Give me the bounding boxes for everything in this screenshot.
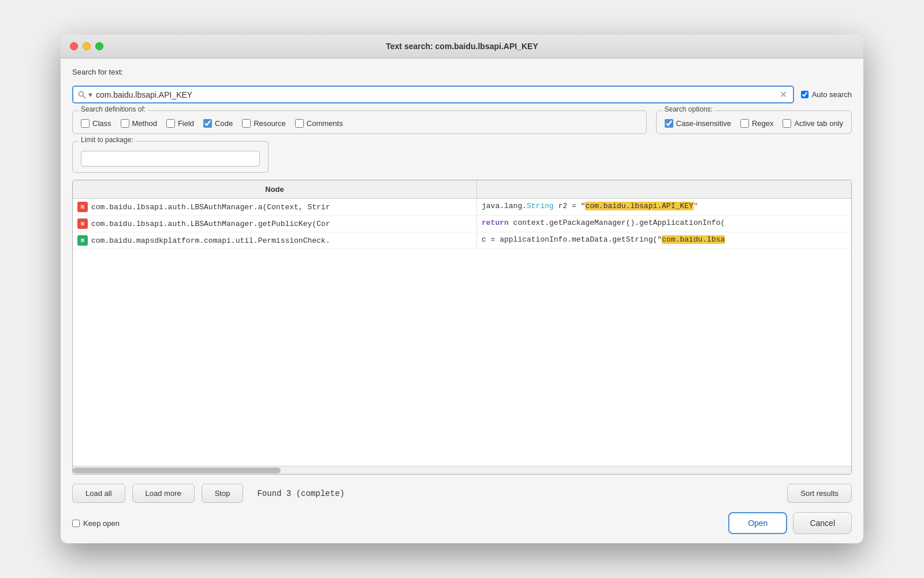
field-label: Field	[178, 119, 194, 128]
code-checkbox[interactable]	[203, 119, 212, 128]
code-text: java.lang.	[482, 202, 527, 210]
main-window: Text search: com.baidu.lbsapi.API_KEY Se…	[61, 35, 863, 543]
table-row[interactable]: m com.baidu.mapsdkplatform.comapi.util.P…	[73, 232, 851, 249]
comments-checkbox[interactable]	[295, 119, 304, 128]
search-icon: ▼	[78, 91, 94, 99]
code-normal: c = applicationInfo.metaData.getString("	[482, 235, 662, 244]
search-input[interactable]	[96, 90, 778, 99]
comments-label: Comments	[307, 119, 343, 128]
case-insensitive-checkbox[interactable]	[665, 119, 673, 128]
regex-checkbox[interactable]	[740, 119, 749, 128]
resource-checkbox[interactable]	[242, 119, 251, 128]
code-highlight: com.baidu.lbsa	[662, 235, 725, 244]
clear-search-button[interactable]: ✕	[778, 89, 788, 100]
search-for-label: Search for text:	[72, 68, 852, 76]
active-tab-only-checkbox[interactable]	[783, 119, 791, 128]
cancel-button[interactable]: Cancel	[793, 512, 852, 534]
sort-results-button[interactable]: Sort results	[787, 484, 852, 503]
node-text: com.baidu.lbsapi.auth.LBSAuthManager.get…	[91, 220, 330, 228]
result-node-cell: m com.baidu.lbsapi.auth.LBSAuthManager.a…	[73, 199, 477, 215]
result-node-cell: m com.baidu.mapsdkplatform.comapi.util.P…	[73, 232, 477, 249]
result-code-cell: return context.getPackageManager().getAp…	[477, 216, 851, 232]
keep-open-checkbox[interactable]	[72, 520, 80, 527]
checkbox-resource[interactable]: Resource	[242, 119, 286, 128]
method-private-icon: m	[77, 202, 88, 212]
checkbox-class[interactable]: Class	[81, 119, 111, 128]
table-row[interactable]: m com.baidu.lbsapi.auth.LBSAuthManager.a…	[73, 199, 851, 216]
keep-open-row: Keep open	[72, 519, 120, 528]
node-text: com.baidu.lbsapi.auth.LBSAuthManager.a(C…	[91, 203, 330, 212]
found-text: Found 3 (complete)	[250, 489, 780, 498]
minimize-button[interactable]	[83, 42, 91, 50]
definitions-checkboxes: Class Method Field Code	[81, 119, 638, 128]
checkbox-case-insensitive[interactable]: Case-insensitive	[665, 119, 731, 128]
titlebar: Text search: com.baidu.lbsapi.API_KEY	[61, 35, 863, 58]
horizontal-scrollbar[interactable]	[73, 466, 851, 474]
node-text: com.baidu.mapsdkplatform.comapi.util.Per…	[91, 236, 330, 245]
window-controls	[70, 42, 103, 50]
footer-row: Keep open Open Cancel	[72, 510, 852, 534]
search-input-container: ▼ ✕	[72, 86, 794, 103]
checkbox-method[interactable]: Method	[121, 119, 157, 128]
limit-input[interactable]	[81, 151, 260, 166]
footer-buttons: Open Cancel	[728, 512, 852, 534]
results-container: Node m com.baidu.lbsapi.auth.LBSAuthMana…	[72, 180, 852, 475]
content-area: Search for text: ▼ ✕ Auto search	[61, 58, 863, 543]
limit-to-package-group: Limit to package:	[72, 141, 269, 173]
open-button[interactable]: Open	[728, 512, 787, 534]
window-title: Text search: com.baidu.lbsapi.API_KEY	[386, 42, 538, 51]
stop-button[interactable]: Stop	[202, 484, 244, 503]
definitions-group-label: Search definitions of:	[79, 105, 148, 113]
results-header-node: Node	[73, 180, 477, 198]
options-row: Search definitions of: Class Method Fiel…	[72, 110, 852, 134]
method-public-icon: m	[77, 235, 88, 246]
load-more-button[interactable]: Load more	[132, 484, 195, 503]
method-checkbox[interactable]	[121, 119, 129, 128]
checkbox-comments[interactable]: Comments	[295, 119, 343, 128]
limit-group-label: Limit to package:	[79, 136, 136, 144]
search-options-checkboxes: Case-insensitive Regex Active tab only	[665, 119, 844, 128]
maximize-button[interactable]	[95, 42, 103, 50]
result-code-cell: c = applicationInfo.metaData.getString("…	[477, 232, 851, 249]
method-private-icon: m	[77, 218, 88, 229]
regex-label: Regex	[752, 119, 774, 128]
close-button[interactable]	[70, 42, 78, 50]
case-insensitive-label: Case-insensitive	[676, 119, 731, 128]
auto-search-label[interactable]: Auto search	[812, 90, 852, 99]
checkbox-code[interactable]: Code	[203, 119, 233, 128]
code-highlight: com.baidu.lbsapi.API_KEY	[585, 202, 693, 210]
checkbox-field[interactable]: Field	[166, 119, 194, 128]
results-header: Node	[73, 180, 851, 199]
code-normal: r2 = "	[554, 202, 586, 210]
results-header-code	[477, 180, 851, 198]
load-all-button[interactable]: Load all	[72, 484, 125, 503]
scrollbar-thumb[interactable]	[73, 468, 281, 473]
auto-search-row: Auto search	[801, 90, 852, 99]
svg-line-1	[83, 95, 86, 98]
definitions-group: Search definitions of: Class Method Fiel…	[72, 110, 647, 134]
code-keyword: return	[482, 218, 509, 227]
class-label: Class	[92, 119, 111, 128]
keep-open-label[interactable]: Keep open	[83, 519, 120, 528]
result-code-cell: java.lang.String r2 = "com.baidu.lbsapi.…	[477, 199, 851, 215]
search-options-label: Search options:	[662, 105, 715, 113]
code-normal: context.getPackageManager().getApplicati…	[509, 218, 725, 227]
auto-search-checkbox[interactable]	[801, 91, 808, 98]
code-label: Code	[215, 119, 233, 128]
bottom-actions: Load all Load more Stop Found 3 (complet…	[72, 481, 852, 503]
method-label: Method	[132, 119, 157, 128]
search-options-group: Search options: Case-insensitive Regex A…	[656, 110, 852, 134]
search-row: ▼ ✕ Auto search	[72, 86, 852, 103]
active-tab-only-label: Active tab only	[794, 119, 843, 128]
checkbox-regex[interactable]: Regex	[740, 119, 774, 128]
code-type: String	[527, 202, 554, 210]
checkbox-active-tab-only[interactable]: Active tab only	[783, 119, 843, 128]
class-checkbox[interactable]	[81, 119, 90, 128]
result-node-cell: m com.baidu.lbsapi.auth.LBSAuthManager.g…	[73, 216, 477, 232]
field-checkbox[interactable]	[166, 119, 175, 128]
code-string: "	[694, 202, 698, 210]
resource-label: Resource	[254, 119, 286, 128]
table-row[interactable]: m com.baidu.lbsapi.auth.LBSAuthManager.g…	[73, 216, 851, 232]
results-body[interactable]: m com.baidu.lbsapi.auth.LBSAuthManager.a…	[73, 199, 851, 466]
